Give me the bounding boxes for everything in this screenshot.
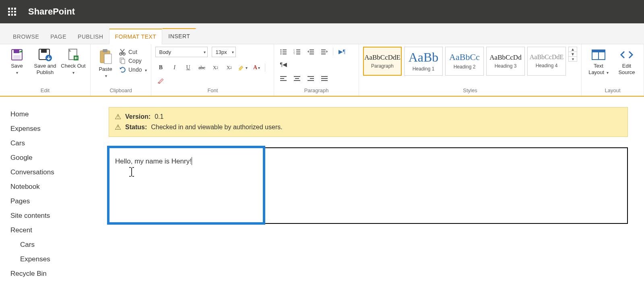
group-font-label: Font — [155, 87, 270, 95]
clear-format-button[interactable] — [155, 76, 166, 85]
style-heading-2[interactable]: AaBbCcHeading 2 — [445, 47, 484, 76]
copy-button[interactable]: Copy — [119, 57, 147, 64]
svg-rect-31 — [321, 50, 326, 50]
group-edit: Save Save and Publish Check Out Edit — [0, 44, 91, 96]
align-center-button[interactable] — [292, 73, 302, 83]
svg-point-18 — [281, 52, 282, 53]
tab-publish[interactable]: PUBLISH — [72, 29, 109, 44]
style-heading-3[interactable]: AaBbCcDdHeading 3 — [486, 47, 525, 76]
svg-rect-15 — [239, 70, 242, 70]
style-heading-4[interactable]: AaBbCcDdEHeading 4 — [527, 47, 566, 76]
undo-label: Undo — [128, 66, 142, 73]
svg-rect-17 — [283, 50, 287, 50]
svg-rect-38 — [295, 78, 299, 79]
style-heading-1[interactable]: AaBbHeading 1 — [404, 47, 443, 76]
bulleted-list-button[interactable] — [278, 47, 289, 56]
status-value: Checked in and viewable by authorized us… — [151, 124, 282, 131]
rich-text-editor[interactable]: Hello, my name is Henry! — [107, 146, 265, 225]
nav-item-cars[interactable]: Cars — [10, 136, 105, 151]
svg-rect-2 — [13, 55, 21, 59]
save-and-publish-button[interactable]: Save and Publish — [32, 47, 58, 75]
svg-rect-42 — [308, 80, 314, 81]
app-launcher-icon[interactable] — [8, 8, 16, 16]
styles-gallery: AaBbCcDdEParagraphAaBbHeading 1AaBbCcHea… — [363, 47, 566, 76]
undo-button[interactable]: Undo — [119, 66, 147, 73]
svg-rect-39 — [294, 80, 300, 81]
group-clipboard: Paste Cut Copy Undo Clipboard — [91, 44, 151, 96]
numbered-list-button[interactable]: 123 — [292, 47, 302, 56]
styles-gallery-more[interactable]: ▲ ▼ ▾ — [568, 47, 577, 62]
check-out-label: Check Out — [61, 63, 85, 69]
paste-button[interactable]: Paste — [95, 47, 116, 79]
main-area: HomeExpensesCarsGoogleConversationsNoteb… — [0, 97, 644, 285]
svg-rect-36 — [280, 80, 287, 81]
justify-button[interactable] — [319, 73, 330, 83]
gallery-down-icon[interactable]: ▼ — [569, 52, 577, 56]
font-family-select[interactable]: Body — [155, 47, 208, 57]
editor-text: Hello, my name is Henry! — [115, 157, 192, 165]
outdent-button[interactable] — [305, 47, 316, 56]
nav-item-conversations[interactable]: Conversations — [10, 165, 105, 180]
font-size-select[interactable]: 13px — [212, 47, 236, 57]
text-layout-button[interactable]: Text Layout — [586, 47, 611, 75]
version-label: Version: — [125, 113, 151, 120]
left-nav: HomeExpensesCarsGoogleConversationsNoteb… — [0, 97, 109, 285]
nav-recent-cars[interactable]: Cars — [10, 238, 105, 252]
nav-item-pages[interactable]: Pages — [10, 194, 105, 209]
nav-item-recent[interactable]: Recent — [10, 223, 105, 238]
nav-item-notebook[interactable]: Notebook — [10, 180, 105, 194]
check-out-button[interactable]: Check Out — [60, 47, 86, 75]
tab-insert[interactable]: INSERT — [162, 28, 196, 44]
svg-rect-29 — [310, 52, 314, 52]
bold-button[interactable]: B — [155, 63, 166, 72]
nav-item-google[interactable]: Google — [10, 151, 105, 165]
underline-button[interactable]: U — [183, 63, 193, 72]
svg-rect-34 — [280, 76, 287, 77]
align-right-button[interactable] — [305, 73, 316, 83]
gallery-expand-icon[interactable]: ▾ — [569, 56, 577, 61]
svg-rect-35 — [280, 78, 284, 79]
ltr-button[interactable]: ▶¶ — [336, 47, 347, 56]
font-color-button[interactable]: A — [251, 63, 262, 72]
group-paragraph-label: Paragraph — [278, 87, 355, 95]
save-button[interactable]: Save — [4, 47, 30, 75]
gallery-up-icon[interactable]: ▲ — [569, 47, 577, 52]
svg-rect-32 — [321, 52, 326, 52]
group-clipboard-label: Clipboard — [95, 87, 147, 95]
svg-rect-45 — [321, 80, 328, 81]
tab-page[interactable]: PAGE — [45, 29, 72, 44]
strikethrough-button[interactable]: abc — [196, 63, 207, 72]
nav-item-site-contents[interactable]: Site contents — [10, 209, 105, 223]
nav-recycle-bin[interactable]: Recycle Bin — [10, 267, 105, 281]
highlight-button[interactable] — [237, 63, 248, 72]
status-label: Status: — [125, 124, 147, 131]
text-layout-label: Text Layout — [588, 63, 604, 75]
group-layout-label: Layout — [586, 87, 640, 95]
italic-button[interactable]: I — [169, 63, 180, 72]
svg-rect-14 — [121, 59, 125, 64]
svg-rect-9 — [103, 49, 107, 52]
align-left-button[interactable] — [278, 73, 289, 83]
svg-rect-41 — [310, 78, 314, 79]
page-canvas[interactable]: Hello, my name is Henry! — [109, 147, 628, 224]
edit-source-button[interactable]: Edit Source — [614, 47, 640, 75]
style-paragraph[interactable]: AaBbCcDdEParagraph — [363, 47, 402, 76]
tab-format-text[interactable]: FORMAT TEXT — [109, 29, 163, 44]
text-caret-icon — [192, 157, 192, 165]
cut-button[interactable]: Cut — [119, 48, 147, 56]
superscript-button[interactable]: X2 — [224, 63, 234, 72]
svg-rect-47 — [592, 50, 605, 52]
svg-rect-27 — [296, 54, 300, 54]
group-layout: Text Layout Edit Source Layout — [582, 44, 644, 96]
subscript-button[interactable]: X2 — [210, 63, 221, 72]
nav-item-expenses[interactable]: Expenses — [10, 122, 105, 136]
indent-button[interactable] — [319, 47, 330, 56]
tab-browse[interactable]: BROWSE — [7, 29, 45, 44]
group-font: Body 13px B I U abc X2 X2 A Font — [151, 44, 274, 96]
content-area: ⚠ Version: 0.1 ⚠ Status: Checked in and … — [109, 97, 644, 285]
nav-item-home[interactable]: Home — [10, 107, 105, 122]
rtl-button[interactable]: ¶◀ — [278, 60, 289, 69]
group-styles: AaBbCcDdEParagraphAaBbHeading 1AaBbCcHea… — [359, 44, 582, 96]
page-status-bar: ⚠ Version: 0.1 ⚠ Status: Checked in and … — [109, 107, 628, 137]
nav-recent-expenses[interactable]: Expenses — [10, 252, 105, 267]
